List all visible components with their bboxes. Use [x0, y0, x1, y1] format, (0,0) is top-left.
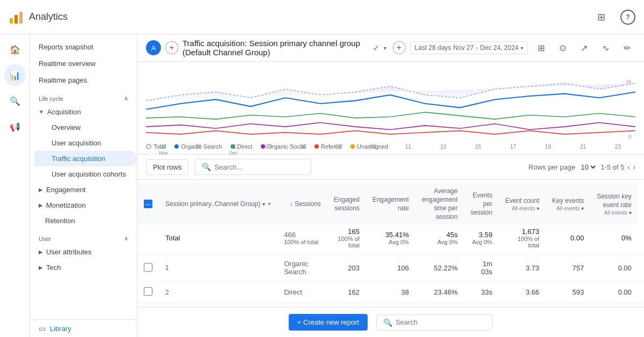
total-event-count-cell: 1,673 100% of total	[499, 222, 545, 254]
row-1-event-count: 757	[546, 254, 590, 282]
total-event-count: 1,673	[522, 228, 539, 236]
x-label-11: 19	[531, 144, 566, 156]
x-label-7: 11	[391, 144, 426, 156]
library-label: Library	[50, 325, 71, 333]
explore-icon-btn[interactable]: 🔍	[4, 90, 26, 112]
retention-group-header[interactable]: Retention	[30, 213, 137, 229]
sidebar-item-user-acquisition-cohorts[interactable]: User acquisition cohorts	[34, 166, 137, 182]
create-report-button[interactable]: + Create new report	[289, 314, 368, 331]
home-icon-btn[interactable]: 🏠	[4, 39, 26, 60]
chart-container: 10 0 27Nov 29 01Dec 03 05 07 09 11 13 15…	[146, 66, 635, 141]
row-2-event-count: 593	[546, 282, 590, 303]
icon-sidebar: 🏠 📊 🔍 📢	[0, 34, 30, 337]
share-btn[interactable]: ↗	[575, 39, 592, 56]
plot-rows-label: Plot rows	[153, 163, 181, 171]
top-bar-left: Analytics	[9, 10, 68, 25]
insights-btn[interactable]: ∿	[597, 39, 614, 56]
grid-icon-btn[interactable]: ⊞	[590, 6, 612, 28]
event-count-column-header[interactable]: Event count All events ▾	[499, 183, 545, 225]
total-engaged-note: 100% of total	[334, 236, 360, 248]
library-nav-item[interactable]: ▭ Library	[30, 319, 137, 337]
table-search-input[interactable]	[214, 163, 304, 171]
user-section-label: User ∧	[30, 229, 137, 244]
lifecycle-collapse-icon[interactable]: ∧	[124, 95, 128, 102]
total-avg-time: 45s	[447, 231, 458, 239]
total-label: Total	[165, 234, 180, 242]
tech-label: Tech	[46, 263, 61, 272]
total-sessions-cell: 466 100% of total	[277, 222, 327, 254]
total-label-cell: Total	[159, 222, 277, 254]
row-2-events-per-session: 3.66	[499, 282, 545, 303]
sessions-column-header[interactable]: ↓ Sessions	[277, 183, 327, 225]
date-range-picker[interactable]: Last 28 days Nov 27 - Dec 24, 2024 ▾	[410, 41, 528, 54]
total-events-per-session-cell: 3.59 Avg 0%	[464, 222, 499, 254]
avg-engagement-time-column-header: Average engagement time per session	[415, 183, 464, 225]
channel-column-header[interactable]: Session primary..Channel Group) ▾ +	[159, 183, 277, 225]
total-engagement-rate-cell: 35.41% Avg 0%	[366, 222, 415, 254]
row-2-checkbox[interactable]	[144, 287, 152, 296]
x-label-1: 29	[181, 144, 216, 156]
sidebar-item-traffic-acquisition[interactable]: Traffic acquisition	[34, 151, 137, 166]
report-header: A + Traffic acquisition: Session primary…	[137, 34, 644, 62]
footer-search-input[interactable]	[396, 318, 486, 326]
row-2-session-key-event-rate: 0%	[638, 282, 644, 303]
rows-per-page-select[interactable]: 10 25 50	[579, 163, 597, 172]
user-collapse-icon[interactable]: ∧	[124, 235, 128, 242]
user-attributes-group-header[interactable]: ▶ User attributes	[30, 244, 137, 260]
total-avg-time-cell: 45s Avg 0%	[415, 222, 464, 254]
help-icon-btn[interactable]: ?	[620, 10, 635, 25]
session-key-event-rate-column-header[interactable]: Session key event rate All events ▾	[590, 183, 638, 225]
row-1-key-events: 0.00	[590, 254, 638, 282]
row-2-engagement-rate: 23.46%	[415, 282, 464, 303]
total-sessions: 466	[284, 231, 296, 239]
acquisition-group-header[interactable]: ▼ Acquisition	[30, 104, 137, 120]
tech-group-header[interactable]: ▶ Tech	[30, 260, 137, 275]
next-page-btn[interactable]: ›	[633, 163, 635, 171]
total-sessions-note: 100% of total	[284, 239, 321, 245]
advertising-icon-btn[interactable]: 📢	[4, 116, 26, 137]
row-2-avg-time: 33s	[464, 282, 499, 303]
row-2-channel: Direct	[277, 282, 327, 303]
engagement-group-header[interactable]: ▶ Engagement	[30, 182, 137, 197]
create-report-label: + Create new report	[297, 318, 359, 326]
dimension-dropdown-icon[interactable]: ▾	[262, 201, 265, 207]
app-title: Analytics	[29, 11, 68, 23]
top-bar-right: ⊞ ?	[590, 6, 635, 28]
plot-rows-button[interactable]: Plot rows	[146, 159, 188, 175]
report-dropdown-icon[interactable]: ▾	[384, 45, 386, 51]
retention-label: Retention	[45, 217, 75, 225]
row-1-checkbox[interactable]	[144, 263, 152, 272]
line-chart: 10 0	[146, 66, 635, 141]
top-bar: Analytics ⊞ ?	[0, 0, 644, 34]
svg-rect-2	[19, 12, 23, 24]
x-label-12: 21	[566, 144, 601, 156]
x-label-0: 27Nov	[146, 144, 181, 156]
reports-icon-btn[interactable]: 📊	[4, 64, 26, 86]
add-dimension-btn[interactable]: +	[267, 200, 271, 208]
acquisition-sub-items: Overview User acquisition Traffic acquis…	[30, 120, 137, 182]
edit-btn[interactable]: ✏	[618, 39, 635, 56]
add-tab-button[interactable]: +	[165, 41, 178, 54]
svg-rect-1	[14, 15, 18, 24]
x-label-6: 09	[356, 144, 391, 156]
sidebar-item-realtime-overview[interactable]: Realtime overview	[30, 55, 137, 72]
select-all-header: —	[137, 183, 159, 225]
x-label-10: 17	[495, 144, 530, 156]
search-icon: 🔍	[202, 163, 211, 171]
nav-sidebar: Reports snapshot Realtime overview Realt…	[30, 34, 137, 337]
rows-per-page-label: Rows per page	[529, 163, 575, 171]
compare-btn[interactable]: ⊙	[554, 39, 571, 56]
add-compare-button[interactable]: +	[393, 41, 406, 54]
sidebar-item-realtime-pages[interactable]: Realtime pages	[30, 72, 137, 89]
key-events-column-header[interactable]: Key events All events ▾	[546, 183, 590, 225]
monetization-group-header[interactable]: ▶ Monetization	[30, 197, 137, 213]
chart-area: 10 0 27Nov 29 01Dec 03 05 07 09 11 13 15…	[137, 62, 644, 155]
main-content: A + Traffic acquisition: Session primary…	[137, 34, 644, 337]
prev-page-btn[interactable]: ‹	[627, 163, 630, 171]
chart-type-btn[interactable]: ⊞	[532, 39, 550, 56]
date-dropdown-icon: ▾	[521, 45, 523, 51]
sidebar-item-overview[interactable]: Overview	[34, 120, 137, 135]
sidebar-item-reports-snapshot[interactable]: Reports snapshot	[30, 39, 137, 55]
engaged-sessions-column-header: Engaged sessions	[327, 183, 366, 225]
sidebar-item-user-acquisition[interactable]: User acquisition	[34, 135, 137, 151]
